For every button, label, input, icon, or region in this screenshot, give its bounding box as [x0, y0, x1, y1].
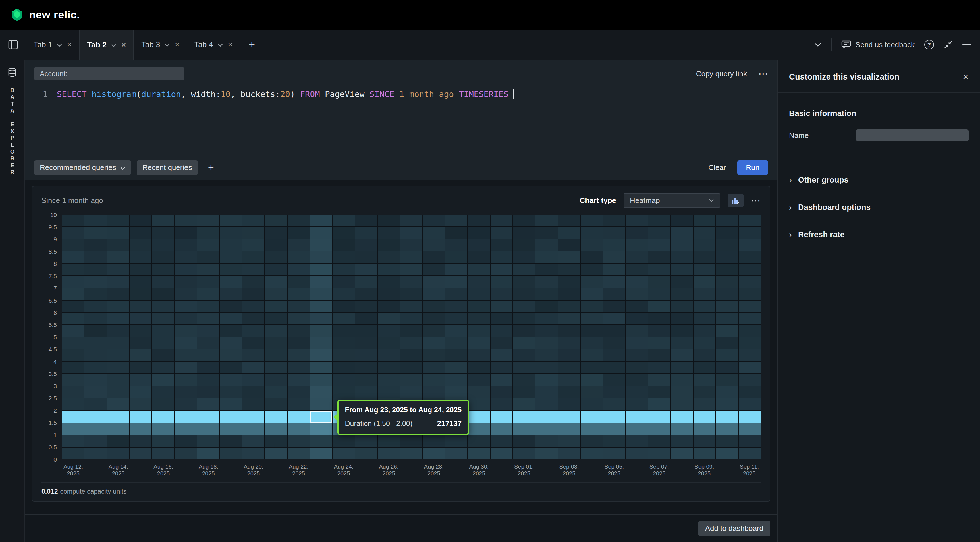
heatmap-cell[interactable]	[197, 411, 219, 422]
heatmap-cell[interactable]	[130, 215, 151, 226]
heatmap-cell[interactable]	[288, 215, 310, 226]
heatmap-cell[interactable]	[603, 239, 625, 251]
heatmap-cell[interactable]	[107, 337, 129, 349]
heatmap-cell[interactable]	[242, 337, 264, 349]
heatmap-cell[interactable]	[400, 239, 422, 251]
heatmap-cell[interactable]	[626, 349, 648, 361]
heatmap-cell[interactable]	[175, 301, 197, 312]
heatmap-cell[interactable]	[197, 289, 219, 300]
heatmap-cell[interactable]	[513, 411, 535, 422]
heatmap-cell[interactable]	[671, 215, 693, 226]
heatmap-cell[interactable]	[242, 411, 264, 422]
heatmap-cell[interactable]	[288, 289, 310, 300]
heatmap-cell[interactable]	[694, 399, 715, 410]
heatmap-cell[interactable]	[310, 251, 332, 263]
heatmap-cell[interactable]	[558, 386, 580, 398]
heatmap-cell[interactable]	[648, 276, 670, 287]
heatmap-cell[interactable]	[310, 264, 332, 275]
heatmap-cell[interactable]	[242, 349, 264, 361]
heatmap-cell[interactable]	[62, 435, 84, 447]
heatmap-cell[interactable]	[423, 301, 445, 312]
heatmap-cell[interactable]	[558, 215, 580, 226]
heatmap-cell[interactable]	[378, 374, 399, 386]
heatmap-cell[interactable]	[332, 448, 355, 459]
heatmap-cell[interactable]	[468, 239, 490, 251]
heatmap-cell[interactable]	[220, 301, 242, 312]
collapse-window-icon[interactable]	[943, 40, 953, 49]
heatmap-cell[interactable]	[220, 239, 242, 251]
heatmap-cell[interactable]	[716, 227, 738, 239]
heatmap-cell[interactable]	[242, 264, 264, 275]
heatmap-cell[interactable]	[355, 337, 377, 349]
heatmap-cell[interactable]	[626, 399, 648, 410]
heatmap-cell[interactable]	[378, 301, 399, 312]
heatmap-cell[interactable]	[288, 264, 310, 275]
heatmap-cell[interactable]	[558, 399, 580, 410]
heatmap-cell[interactable]	[242, 386, 264, 398]
heatmap-cell[interactable]	[400, 313, 422, 324]
heatmap-cell[interactable]	[626, 374, 648, 386]
heatmap-cell[interactable]	[581, 386, 603, 398]
heatmap-cell[interactable]	[445, 313, 467, 324]
heatmap-cell[interactable]	[378, 435, 399, 447]
heatmap-cell[interactable]	[694, 325, 715, 337]
heatmap-cell[interactable]	[130, 399, 151, 410]
heatmap-cell[interactable]	[536, 399, 557, 410]
heatmap-cell[interactable]	[242, 301, 264, 312]
heatmap-cell[interactable]	[739, 289, 760, 300]
heatmap-cell[interactable]	[626, 301, 648, 312]
heatmap-cell[interactable]	[175, 264, 197, 275]
help-icon[interactable]: ?	[924, 40, 934, 49]
heatmap-cell[interactable]	[648, 215, 670, 226]
heatmap-cell[interactable]	[468, 301, 490, 312]
heatmap-cell[interactable]	[445, 448, 467, 459]
heatmap-cell[interactable]	[603, 264, 625, 275]
heatmap-cell[interactable]	[445, 349, 467, 361]
heatmap-cell[interactable]	[490, 264, 512, 275]
heatmap-cell[interactable]	[581, 264, 603, 275]
heatmap-cell[interactable]	[107, 325, 129, 337]
heatmap-cell[interactable]	[626, 215, 648, 226]
heatmap-cell[interactable]	[558, 325, 580, 337]
heatmap-cell[interactable]	[310, 325, 332, 337]
heatmap-cell[interactable]	[716, 301, 738, 312]
heatmap-cell[interactable]	[536, 215, 557, 226]
heatmap-cell[interactable]	[242, 215, 264, 226]
heatmap-cell[interactable]	[332, 313, 355, 324]
heatmap-cell[interactable]	[468, 227, 490, 239]
heatmap-cell[interactable]	[671, 386, 693, 398]
heatmap-cell[interactable]	[671, 411, 693, 422]
heatmap-cell[interactable]	[558, 276, 580, 287]
heatmap-cell[interactable]	[332, 325, 355, 337]
heatmap-cell[interactable]	[175, 386, 197, 398]
heatmap-cell[interactable]	[130, 251, 151, 263]
heatmap-cell[interactable]	[152, 448, 174, 459]
heatmap-cell[interactable]	[175, 423, 197, 435]
tab-tab-3[interactable]: Tab 3×	[134, 30, 187, 60]
heatmap-cell[interactable]	[152, 215, 174, 226]
heatmap-cell[interactable]	[468, 251, 490, 263]
heatmap-cell[interactable]	[84, 337, 106, 349]
heatmap-cell[interactable]	[378, 337, 399, 349]
heatmap-cell[interactable]	[197, 313, 219, 324]
heatmap-cell[interactable]	[197, 215, 219, 226]
heatmap-cell[interactable]	[355, 435, 377, 447]
heatmap-cell[interactable]	[288, 313, 310, 324]
heatmap-cell[interactable]	[175, 313, 197, 324]
heatmap-cell[interactable]	[84, 227, 106, 239]
heatmap-cell[interactable]	[265, 423, 287, 435]
heatmap-cell[interactable]	[423, 337, 445, 349]
heatmap-cell[interactable]	[603, 349, 625, 361]
heatmap-cell[interactable]	[400, 435, 422, 447]
heatmap-cell[interactable]	[62, 239, 84, 251]
heatmap-cell[interactable]	[581, 313, 603, 324]
heatmap-cell[interactable]	[558, 362, 580, 373]
heatmap-cell[interactable]	[558, 423, 580, 435]
heatmap-cell[interactable]	[175, 289, 197, 300]
heatmap-cell[interactable]	[536, 411, 557, 422]
heatmap-cell[interactable]	[400, 276, 422, 287]
heatmap-cell[interactable]	[581, 435, 603, 447]
heatmap-cell[interactable]	[220, 448, 242, 459]
heatmap-cell[interactable]	[175, 362, 197, 373]
heatmap-cell[interactable]	[107, 411, 129, 422]
